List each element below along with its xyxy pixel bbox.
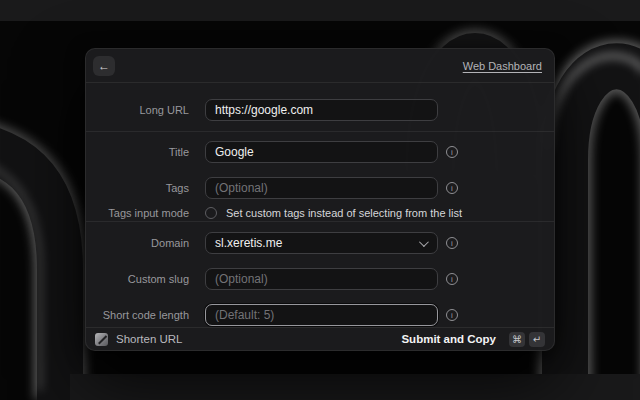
chevron-down-icon <box>419 237 429 247</box>
title-row: Title i <box>86 141 556 163</box>
tags-row: Tags i <box>86 177 556 199</box>
domain-row: Domain sl.xeretis.me i <box>86 232 556 254</box>
tags-input-mode-label: Tags input mode <box>86 207 189 219</box>
tags-input[interactable] <box>205 177 438 199</box>
window-header: ← Web Dashboard <box>86 49 554 83</box>
extension-icon <box>95 333 108 346</box>
info-icon[interactable]: i <box>446 309 458 321</box>
custom-slug-input[interactable] <box>205 268 438 290</box>
return-key-icon: ↵ <box>529 332 545 347</box>
short-code-length-row: Short code length i <box>86 304 556 326</box>
title-label: Title <box>86 146 189 158</box>
command-key-icon: ⌘ <box>509 332 525 347</box>
info-icon[interactable]: i <box>446 273 458 285</box>
domain-label: Domain <box>86 237 189 249</box>
domain-select-value: sl.xeretis.me <box>215 236 282 250</box>
long-url-label: Long URL <box>86 104 189 116</box>
info-icon[interactable]: i <box>446 237 458 249</box>
tags-input-mode-checkbox[interactable] <box>205 207 217 219</box>
tags-label: Tags <box>86 182 189 194</box>
long-url-row: Long URL <box>86 99 556 121</box>
tags-input-mode-checkbox-label[interactable]: Set custom tags instead of selecting fro… <box>226 207 462 219</box>
web-dashboard-link[interactable]: Web Dashboard <box>463 60 542 72</box>
section-divider <box>86 221 554 222</box>
info-icon[interactable]: i <box>446 146 458 158</box>
long-url-input[interactable] <box>205 99 438 121</box>
short-code-length-label: Short code length <box>86 309 189 321</box>
submit-and-copy-button[interactable]: Submit and Copy <box>401 333 496 345</box>
short-code-length-input[interactable] <box>205 304 438 326</box>
custom-slug-label: Custom slug <box>86 273 189 285</box>
domain-select[interactable]: sl.xeretis.me <box>205 232 438 254</box>
custom-slug-row: Custom slug i <box>86 268 556 290</box>
extension-name: Shorten URL <box>116 333 182 345</box>
shorten-url-window: ← Web Dashboard Long URL Title i Tags i … <box>85 48 555 351</box>
action-bar: Shorten URL Submit and Copy ⌘ ↵ <box>86 327 554 350</box>
title-input[interactable] <box>205 141 438 163</box>
section-divider <box>86 131 554 132</box>
info-icon[interactable]: i <box>446 182 458 194</box>
back-button[interactable]: ← <box>93 56 115 76</box>
